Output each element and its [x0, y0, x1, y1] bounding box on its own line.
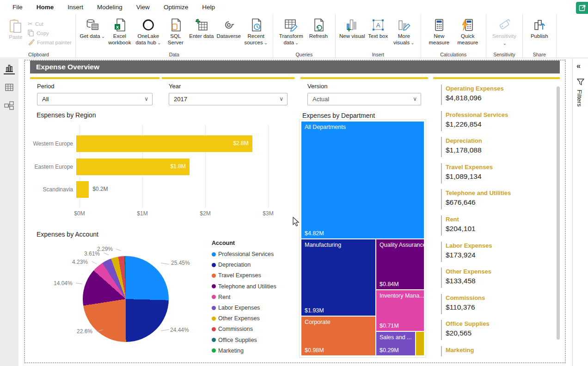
dataverse-button[interactable]: Dataverse [214, 17, 243, 40]
metric-other-expenses: Other Expenses$133,458 [441, 268, 550, 288]
menu-optimize[interactable]: Optimize [157, 4, 195, 11]
enter-data-button[interactable]: Enter data [189, 17, 214, 40]
legend-item-telephone-and-utilities[interactable]: Telephone and Utilities [212, 283, 276, 290]
publish-button[interactable]: Publish [527, 17, 552, 40]
metric-commissions: Commissions$110,376 [441, 294, 550, 314]
group-label-sensitivity: Sensitivity [486, 52, 522, 57]
refresh-button[interactable]: Refresh [306, 17, 331, 40]
text-box-button[interactable]: A Text box [365, 17, 391, 40]
metric-title: Marketing [446, 347, 550, 354]
slicer-version-dropdown[interactable]: Actual∨ [307, 93, 421, 105]
share-report-icon[interactable] [576, 2, 588, 14]
treemap-tile-small[interactable] [416, 332, 424, 355]
bar-value-label: $0.2M [92, 186, 108, 192]
legend-item-other-expenses[interactable]: Other Expenses [212, 315, 260, 322]
transform-table-pencil-icon [284, 17, 299, 33]
treemap-tile-value: $0.71M [380, 323, 399, 329]
excel-workbook-button[interactable]: X Excel workbook [105, 17, 134, 46]
data-view-button[interactable] [4, 82, 15, 93]
format-painter-button[interactable]: Format painter [28, 39, 72, 46]
collapse-pane-button[interactable]: « [576, 62, 581, 70]
slicer-accent-bar [300, 77, 428, 79]
more-visuals-button[interactable]: More visuals⌄ [391, 17, 417, 46]
menu-help[interactable]: Help [195, 4, 222, 11]
transform-data-button[interactable]: Transform data⌄ [277, 17, 306, 46]
legend-item-travel-expenses[interactable]: Travel Expenses [212, 272, 261, 279]
bar[interactable]: $2.8M [76, 135, 252, 152]
bar[interactable] [76, 181, 89, 198]
metric-title: Office Supplies [446, 320, 550, 327]
new-visual-chart-icon [345, 17, 359, 33]
metric-title: Labor Expenses [446, 242, 550, 249]
cut-button[interactable]: ✂ Cut [28, 20, 72, 27]
slicer-accent-bar [162, 77, 294, 79]
legend-dot [212, 295, 216, 299]
expense-metrics-card: Operating Expenses$4,818,096Professional… [433, 77, 560, 356]
sensitivity-button[interactable]: Sensitivity ⌄ [490, 17, 519, 46]
paste-clipboard-icon [8, 18, 23, 34]
x-axis-tick: $2M [196, 210, 214, 217]
get-data-button[interactable]: Get data⌄ [80, 17, 105, 40]
metrics-accent-bar [433, 77, 560, 79]
treemap-tile-inventory-mana[interactable]: Inventory Mana...$0.71M [376, 290, 424, 331]
paste-button[interactable]: Paste [6, 18, 26, 41]
filters-pane-label[interactable]: Filters [576, 90, 583, 107]
treemap-tile-corporate[interactable]: Corporate$0.98M [301, 317, 375, 355]
legend-item-office-supplies[interactable]: Office Supplies [212, 337, 257, 343]
expenses-by-region-chart[interactable]: $0M$1M$2M$3MWestern Europe$2.8MEastern E… [30, 120, 294, 219]
legend-item-marketing[interactable]: Marketing [212, 348, 244, 354]
metric-marketing: Marketing [441, 346, 550, 356]
legend-item-rent[interactable]: Rent [212, 294, 230, 300]
legend-item-professional-services[interactable]: Professional Services [212, 251, 274, 257]
filter-funnel-icon[interactable] [577, 79, 584, 85]
pie-callout-label: 25.45% [171, 260, 190, 266]
x-axis-tick: $3M [259, 210, 277, 217]
quick-measure-button[interactable]: Quick measure [453, 17, 482, 46]
bar-category-label: Eastern Europe [30, 164, 76, 170]
metrics-scrollbar[interactable] [557, 86, 560, 340]
legend-item-commissions[interactable]: Commissions [212, 326, 253, 332]
report-view-button[interactable] [4, 63, 15, 74]
new-visual-button[interactable]: New visual [339, 17, 365, 40]
bar-value-label: $1.8M [170, 163, 185, 170]
treemap-tile-quality-assurance[interactable]: Quality Assurance$0.84M [376, 239, 424, 289]
chevron-down-icon: ⌄ [295, 40, 299, 45]
metric-value: $676,646 [446, 198, 550, 207]
menu-home[interactable]: Home [30, 4, 61, 11]
legend-item-labor-expenses[interactable]: Labor Expenses [212, 305, 260, 311]
legend-dot [212, 274, 216, 278]
treemap-tile-all-departments[interactable]: All Departments$4.82M [301, 122, 424, 238]
pie-legend: Account Professional ServicesDepreciatio… [212, 240, 300, 246]
chevron-down-icon: ⌄ [410, 40, 414, 45]
legend-item-depreciation[interactable]: Depreciation [212, 262, 251, 268]
slicer-period-label: Period [37, 83, 159, 90]
menu-view[interactable]: View [129, 4, 157, 11]
legend-dot [212, 327, 216, 331]
onelake-data-hub-button[interactable]: OneLake data hub⌄ [134, 17, 163, 46]
recent-sources-button[interactable]: Recent sources⌄ [243, 17, 269, 46]
bar[interactable]: $1.8M [76, 159, 190, 175]
treemap-tile-sales-and[interactable]: Sales and ...$0.29M [376, 332, 415, 355]
sql-server-button[interactable]: SQL Server [163, 17, 189, 46]
x-axis-tick: $0M [70, 210, 89, 217]
new-measure-button[interactable]: New measure [425, 17, 453, 46]
copy-button[interactable]: Copy [28, 30, 72, 37]
slicer-period-dropdown[interactable]: All∨ [37, 93, 153, 105]
metric-title: Other Expenses [446, 268, 550, 275]
metric-value: $173,924 [446, 251, 550, 259]
slicer-year-dropdown[interactable]: 2017∨ [169, 93, 288, 105]
scissors-icon: ✂ [28, 20, 33, 27]
text-box-icon: A [371, 17, 385, 33]
metric-value: $4,818,096 [446, 94, 550, 102]
menu-bar: FileHomeInsertModelingViewOptimizeHelp [0, 0, 588, 14]
menu-file[interactable]: File [6, 4, 30, 11]
expenses-by-account-pie[interactable] [83, 256, 169, 342]
treemap-tile-manufacturing[interactable]: Manufacturing$1.93M [301, 239, 375, 316]
treemap-tile-value: $0.29M [380, 347, 399, 354]
pie-callout-label: 14.04% [54, 280, 73, 287]
menu-modeling[interactable]: Modeling [90, 4, 129, 11]
filters-pane-divider [572, 59, 573, 366]
menu-insert[interactable]: Insert [61, 4, 90, 11]
model-view-button[interactable] [4, 100, 15, 111]
group-label-clipboard: Clipboard [2, 52, 75, 57]
